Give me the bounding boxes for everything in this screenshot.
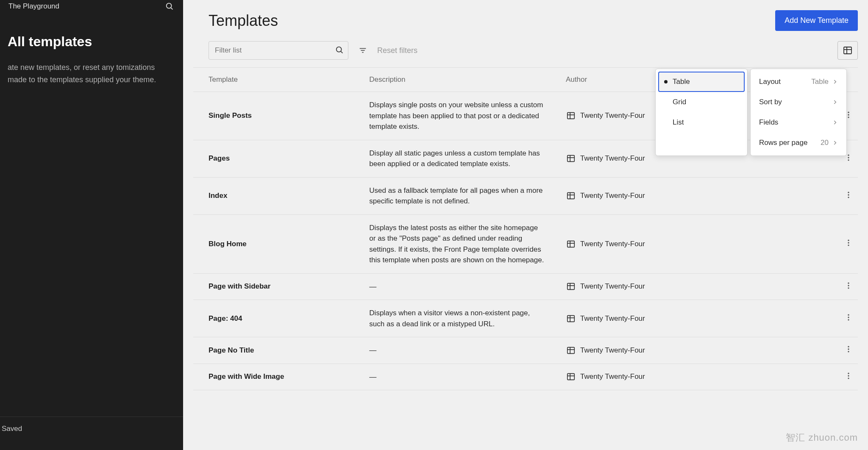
reset-filters-button[interactable]: Reset filters <box>377 46 417 55</box>
more-vertical-icon <box>844 372 853 382</box>
sidebar-description: ate new templates, or reset any tomizati… <box>8 61 171 86</box>
site-title: The Playground <box>8 2 59 11</box>
svg-point-51 <box>848 351 849 352</box>
filter-icon <box>358 46 367 55</box>
row-actions-button[interactable] <box>844 313 853 324</box>
svg-point-2 <box>337 47 342 52</box>
author-name: Twenty Twenty-Four <box>580 346 645 355</box>
svg-rect-16 <box>568 156 575 162</box>
theme-icon <box>566 239 576 249</box>
svg-point-25 <box>848 192 849 193</box>
filter-input-wrap <box>209 41 348 60</box>
theme-icon <box>566 191 576 201</box>
filter-toggle-button[interactable] <box>355 43 370 58</box>
svg-point-44 <box>848 317 849 318</box>
template-description-cell: Displays single posts on your website un… <box>354 92 551 140</box>
template-author-cell: Twenty Twenty-Four <box>551 214 827 273</box>
svg-point-27 <box>848 197 849 198</box>
more-vertical-icon <box>844 191 853 201</box>
svg-point-13 <box>848 111 849 113</box>
chevron-right-icon <box>832 79 838 85</box>
author-name: Twenty Twenty-Four <box>580 192 645 200</box>
layout-option-list[interactable]: List <box>658 112 745 133</box>
view-options-button[interactable] <box>837 41 858 60</box>
svg-rect-40 <box>568 315 575 322</box>
more-vertical-icon <box>844 239 853 249</box>
author-name: Twenty Twenty-Four <box>580 154 645 163</box>
template-author-cell: Twenty Twenty-Four <box>551 337 827 364</box>
author-name: Twenty Twenty-Four <box>580 372 645 381</box>
svg-point-50 <box>848 349 849 350</box>
template-description-cell: Displays when a visitor views a non-exis… <box>354 300 551 337</box>
watermark: 智汇 zhuon.com <box>786 431 858 444</box>
template-name-cell[interactable]: Page: 404 <box>193 300 354 337</box>
row-actions-button[interactable] <box>844 239 853 249</box>
menu-item-label: Fields <box>759 118 778 127</box>
svg-point-49 <box>848 346 849 347</box>
table-row: Page with Sidebar—Twenty Twenty-Four <box>193 273 858 300</box>
more-vertical-icon <box>844 281 853 292</box>
theme-icon <box>566 153 576 164</box>
svg-point-20 <box>848 157 849 158</box>
svg-rect-22 <box>568 193 575 199</box>
template-description-cell: Used as a fallback template for all page… <box>354 177 551 214</box>
table-layout-icon <box>843 45 853 56</box>
filter-list-input[interactable] <box>209 41 348 60</box>
menu-item-fields[interactable]: Fields <box>753 112 844 133</box>
menu-item-label: Rows per page <box>759 139 807 147</box>
svg-point-32 <box>848 242 849 243</box>
row-actions-button[interactable] <box>844 281 853 292</box>
column-header-template[interactable]: Template <box>193 68 354 92</box>
svg-point-15 <box>848 117 849 118</box>
toolbar: Reset filters <box>188 41 863 67</box>
column-header-description[interactable]: Description <box>354 68 551 92</box>
theme-icon <box>566 111 576 121</box>
template-name-cell[interactable]: Blog Home <box>193 214 354 273</box>
author-name: Twenty Twenty-Four <box>580 240 645 248</box>
menu-item-layout[interactable]: Layout Table <box>753 72 844 92</box>
view-settings-menu: Layout Table Sort by Fields Rows per <box>750 69 847 156</box>
menu-item-label: Sort by <box>759 98 782 106</box>
more-vertical-icon <box>844 313 853 324</box>
svg-rect-7 <box>844 47 851 54</box>
svg-point-56 <box>848 375 849 376</box>
search-button[interactable] <box>164 1 175 11</box>
row-actions-button[interactable] <box>844 345 853 356</box>
svg-point-55 <box>848 372 849 374</box>
layout-option-label: Table <box>673 78 690 86</box>
template-name-cell[interactable]: Page with Wide Image <box>193 364 354 390</box>
template-name-cell[interactable]: Single Posts <box>193 92 354 140</box>
svg-line-3 <box>341 51 342 53</box>
svg-point-39 <box>848 287 849 289</box>
more-vertical-icon <box>844 345 853 356</box>
layout-option-label: Grid <box>673 98 686 106</box>
svg-point-38 <box>848 285 849 286</box>
layout-option-grid[interactable]: Grid <box>658 92 745 112</box>
chevron-right-icon <box>832 99 838 105</box>
table-row: Page: 404Displays when a visitor views a… <box>193 300 858 337</box>
add-new-template-button[interactable]: Add New Template <box>775 10 858 31</box>
page-title: Templates <box>209 12 278 30</box>
table-row: IndexUsed as a fallback template for all… <box>193 177 858 214</box>
layout-option-table[interactable]: Table <box>658 72 745 92</box>
template-name-cell[interactable]: Page No Title <box>193 337 354 364</box>
menu-item-sort-by[interactable]: Sort by <box>753 92 844 112</box>
svg-point-19 <box>848 154 849 156</box>
template-author-cell: Twenty Twenty-Four <box>551 177 827 214</box>
sidebar: The Playground All templates ate new tem… <box>0 0 183 450</box>
sidebar-footer: Saved <box>0 417 183 450</box>
theme-icon <box>566 314 576 324</box>
svg-point-43 <box>848 314 849 316</box>
menu-item-rows-per-page[interactable]: Rows per page 20 <box>753 133 844 153</box>
template-name-cell[interactable]: Page with Sidebar <box>193 273 354 300</box>
chevron-right-icon <box>832 119 838 125</box>
row-actions-button[interactable] <box>844 191 853 201</box>
svg-point-33 <box>848 244 849 246</box>
theme-icon <box>566 281 576 292</box>
template-author-cell: Twenty Twenty-Four <box>551 300 827 337</box>
template-name-cell[interactable]: Pages <box>193 140 354 177</box>
template-name-cell[interactable]: Index <box>193 177 354 214</box>
row-actions-button[interactable] <box>844 372 853 382</box>
main-content: Templates Add New Template Reset filters… <box>183 0 868 450</box>
svg-point-14 <box>848 114 849 115</box>
